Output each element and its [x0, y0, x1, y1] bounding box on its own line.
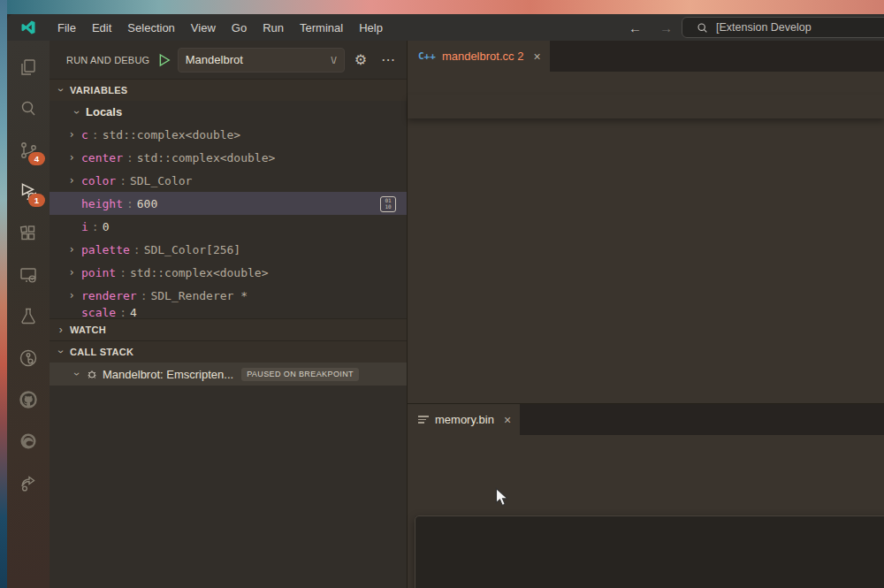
session-label: Mandelbrot: Emscripten...	[103, 368, 233, 381]
tab-close-icon[interactable]: ×	[500, 413, 511, 427]
variable-name: i	[81, 220, 88, 233]
bug-icon	[86, 368, 98, 380]
menu-run[interactable]: Run	[255, 18, 292, 38]
remote-explorer-icon[interactable]	[7, 254, 50, 295]
variable-value: 600	[137, 197, 157, 210]
code-area[interactable]	[408, 118, 884, 403]
mouse-cursor	[495, 487, 511, 508]
launch-config-dropdown[interactable]: Mandelbrot \/	[178, 48, 345, 73]
variable-value: 0	[103, 220, 110, 233]
desktop-wallpaper-top	[0, 0, 884, 14]
tab-memory-bin[interactable]: memory.bin ×	[408, 404, 520, 435]
tab-label: memory.bin	[435, 413, 494, 426]
variable-name: palette	[81, 243, 130, 256]
variable-row[interactable]: ›c: std::complex<double>	[50, 123, 407, 146]
cpp-file-icon: C++	[418, 50, 436, 62]
search-view-icon[interactable]	[7, 88, 50, 129]
chevron-icon: ›	[71, 370, 83, 378]
edge-tools-icon[interactable]	[7, 420, 50, 462]
views-more-actions-icon[interactable]: ⋯	[377, 51, 400, 68]
github-icon[interactable]	[7, 378, 50, 420]
binary-file-icon	[418, 416, 429, 424]
menu-selection[interactable]: Selection	[119, 18, 182, 38]
screen: FileEditSelectionViewGoRunTerminalHelp ←…	[0, 0, 884, 588]
desktop-wallpaper-left	[0, 0, 7, 588]
tab-mandelbrot-cc[interactable]: C++ mandelbrot.cc 2 ×	[408, 41, 550, 72]
launch-config-label: Mandelbrot	[186, 53, 324, 66]
breadcrumb	[408, 435, 884, 458]
gitlens-icon[interactable]	[7, 337, 50, 378]
chevron-icon: ›	[67, 151, 76, 164]
search-text: [Extension Develop	[716, 21, 812, 34]
live-share-icon[interactable]	[7, 462, 50, 503]
panel-tab-bar: memory.bin ×	[408, 404, 884, 435]
tab-close-icon[interactable]: ×	[530, 50, 540, 64]
menu-bar: FileEditSelectionViewGoRunTerminalHelp	[50, 18, 391, 38]
source-control-icon[interactable]: 4	[7, 129, 50, 171]
menu-go[interactable]: Go	[224, 18, 255, 38]
variable-row[interactable]: i: 0	[50, 215, 407, 238]
call-stack-section-header[interactable]: › CALL STACK	[50, 340, 407, 363]
debug-badge: 1	[28, 194, 45, 207]
variable-row[interactable]: ›point: std::complex<double>	[50, 261, 407, 284]
testing-icon[interactable]	[7, 295, 50, 337]
chevron-icon: ›	[67, 289, 76, 302]
variable-name: center	[81, 151, 123, 164]
variable-value: 4	[130, 307, 137, 318]
nav-forward-icon[interactable]: →	[651, 20, 682, 35]
vscode-logo-icon	[7, 19, 50, 35]
variable-row[interactable]: ›palette: SDL_Color[256]	[50, 238, 407, 261]
variable-name: renderer	[81, 289, 137, 302]
chevron-icon: ›	[55, 86, 67, 95]
variable-row[interactable]: ›center: std::complex<double>	[50, 146, 407, 169]
editor-tab-bar: C++ mandelbrot.cc 2 ×	[408, 41, 884, 72]
variable-row[interactable]: ›color: SDL_Color	[50, 169, 407, 192]
tab-label: mandelbrot.cc 2	[442, 50, 524, 63]
chevron-icon: ›	[67, 128, 76, 141]
variable-value: SDL_Color[256]	[144, 243, 241, 256]
variable-value: std::complex<double>	[137, 151, 276, 164]
variable-value: SDL_Renderer *	[150, 289, 248, 302]
debug-settings-gear-icon[interactable]: ⚙	[350, 51, 371, 68]
variable-name: height	[81, 197, 123, 210]
variable-row[interactable]: scale: 4	[50, 307, 407, 318]
chevron-icon: ›	[67, 174, 76, 187]
variable-row[interactable]: height: 6000110	[50, 192, 407, 215]
sticky-scroll-line[interactable]	[408, 95, 884, 118]
variable-value: SDL_Color	[130, 174, 192, 187]
activity-bar: 4 1	[7, 41, 50, 588]
menu-edit[interactable]: Edit	[84, 18, 119, 38]
sidebar-title: RUN AND DEBUG	[66, 55, 149, 65]
variable-name: color	[81, 174, 116, 187]
scope-locals[interactable]: › Locals	[50, 101, 407, 123]
extensions-icon[interactable]	[7, 212, 50, 254]
variable-name: scale	[81, 307, 116, 318]
command-center-search[interactable]: [Extension Develop	[682, 17, 884, 38]
variable-value: std::complex<double>	[130, 266, 269, 279]
menu-help[interactable]: Help	[351, 18, 391, 38]
variable-name: c	[81, 128, 88, 141]
nav-back-icon[interactable]: ←	[620, 20, 651, 35]
explorer-icon[interactable]	[7, 46, 50, 88]
scm-badge: 4	[28, 152, 45, 165]
run-and-debug-sidebar: RUN AND DEBUG Mandelbrot \/ ⚙ ⋯ › VARIAB…	[50, 41, 408, 588]
menu-file[interactable]: File	[50, 18, 84, 38]
breadcrumb	[408, 72, 884, 95]
start-debug-button[interactable]	[156, 52, 171, 68]
titlebar: FileEditSelectionViewGoRunTerminalHelp ←…	[7, 14, 884, 41]
view-binary-icon[interactable]: 0110	[380, 196, 396, 212]
variable-row[interactable]: ›renderer: SDL_Renderer *	[50, 284, 407, 307]
variable-name: point	[81, 266, 116, 279]
run-and-debug-icon[interactable]: 1	[7, 171, 50, 212]
data-inspector-popup	[415, 515, 884, 588]
paused-on-breakpoint-badge: PAUSED ON BREAKPOINT	[241, 368, 359, 381]
debug-session-row[interactable]: › Mandelbrot: Emscripten... PAUSED ON BR…	[50, 363, 407, 386]
chevron-icon: ›	[57, 324, 65, 336]
menu-terminal[interactable]: Terminal	[292, 18, 351, 38]
menu-view[interactable]: View	[183, 18, 224, 38]
search-icon	[697, 22, 708, 34]
chevron-icon: ›	[71, 108, 83, 117]
vscode-window: FileEditSelectionViewGoRunTerminalHelp ←…	[7, 14, 884, 588]
variables-section-header[interactable]: › VARIABLES	[50, 79, 407, 101]
watch-section-header[interactable]: › WATCH	[50, 318, 407, 340]
